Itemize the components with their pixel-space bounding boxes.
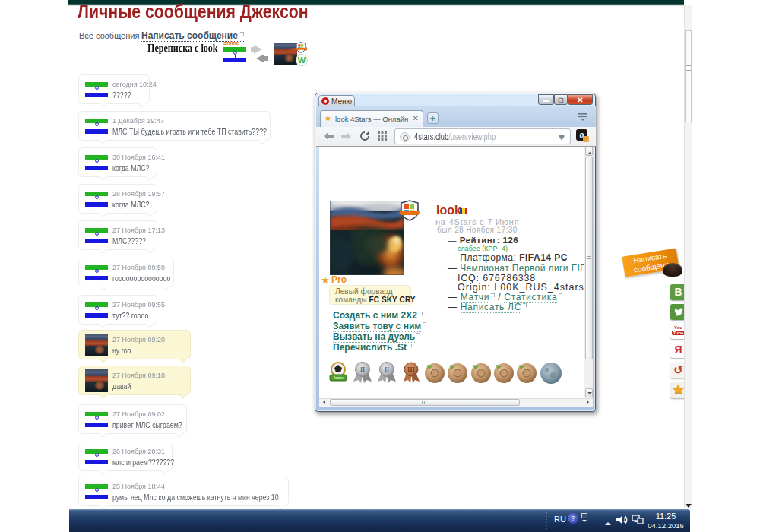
svg-text:III: III — [407, 366, 414, 373]
svg-text:II: II — [385, 366, 389, 373]
svg-text:4stars: 4stars — [333, 375, 344, 380]
svg-text:II: II — [360, 366, 365, 373]
